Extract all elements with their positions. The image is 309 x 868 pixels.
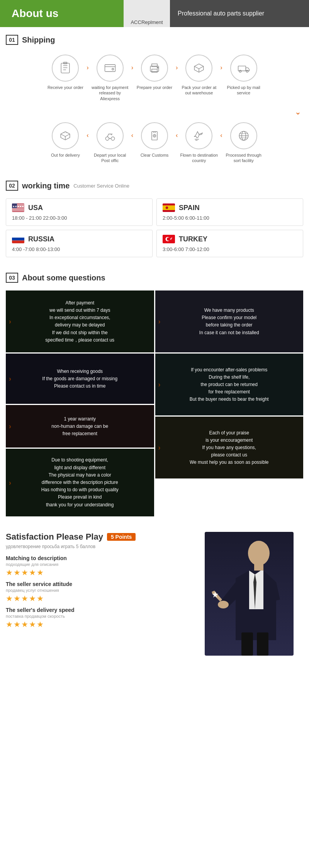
q-content-5: 1 year warranty non-human damage can be … <box>51 415 108 438</box>
q-content-1: After payment we will send out within 7 … <box>45 299 114 344</box>
q-arrow-1: › <box>9 316 11 327</box>
country-name-usa: USA <box>28 204 43 212</box>
truck-icon <box>230 55 257 82</box>
ship-label-7: Depart your local Post offic <box>91 152 129 164</box>
q-panel-2: › We have many products Please confirm y… <box>155 290 304 352</box>
country-name-row-spain: SPAIN <box>163 203 297 212</box>
satisfaction-title-row: Satisfaction Please Play 5 Points <box>6 532 195 542</box>
rating-title-2: The seller service attitude <box>6 581 195 587</box>
shipping-section: 01 Shipping Receive your order › waiting… <box>0 27 309 173</box>
country-grid: ★★★★★★ USA 18:00 - 21:00 22:00-3:00 SPAI… <box>0 196 309 265</box>
svg-rect-43 <box>12 238 24 241</box>
ship-label-1: Receive your order <box>48 85 83 90</box>
rating-item-1: Matching to description подходящие для о… <box>6 555 195 577</box>
svg-text:★★★★★★: ★★★★★★ <box>12 205 24 208</box>
rating-stars-3: ★★★★★ <box>6 620 195 629</box>
ship-step-4: Pack your order at out warehouse <box>180 55 218 96</box>
q-arrow-7: › <box>9 477 11 488</box>
customs-icon <box>141 122 168 149</box>
country-box-turkey: TURKEY 3:00-6:00 7:00-12:00 <box>156 230 303 257</box>
questions-title: 03 About some questions <box>0 265 309 289</box>
brand-label: ACCReplment <box>124 0 170 27</box>
svg-rect-35 <box>12 209 24 210</box>
about-us-label: About us <box>0 0 124 27</box>
rating-title-1: Matching to description <box>6 555 195 561</box>
arrow-1: › <box>87 64 88 71</box>
q-arrow-4: › <box>158 379 161 390</box>
rating-item-3: The seller's delivery speed поставка про… <box>6 607 195 629</box>
ship-label-8: Clear Customs <box>141 152 169 158</box>
arrow-2: › <box>131 64 133 71</box>
points-badge: 5 Points <box>107 533 136 541</box>
svg-point-6 <box>112 68 114 70</box>
ship-step-2: waiting for payment released by Aliexpre… <box>91 55 129 101</box>
q-content-4: If you encounter after-sales problems Du… <box>190 366 269 403</box>
svg-point-17 <box>105 137 109 140</box>
country-times-usa: 18:00 - 21:00 22:00-3:00 <box>12 215 146 221</box>
person-figure <box>205 532 294 656</box>
country-name-russia: RUSSIA <box>28 235 54 243</box>
plane-icon <box>185 122 212 149</box>
svg-point-53 <box>218 601 229 608</box>
svg-point-13 <box>239 70 241 72</box>
rating-title-3: The seller's delivery speed <box>6 607 195 613</box>
ship-label-9: Flown to destination country <box>180 152 218 164</box>
q-content-3: When receiving goods If the goods are da… <box>42 368 117 390</box>
flag-turkey <box>163 235 175 243</box>
country-name-row-russia: RUSSIA <box>12 235 146 243</box>
satisfaction-left: Satisfaction Please Play 5 Points удовле… <box>6 532 195 656</box>
svg-point-14 <box>246 70 248 72</box>
flag-usa: ★★★★★★ <box>12 203 24 212</box>
ship-label-2: waiting for payment released by Aliexpre… <box>91 85 129 101</box>
country-box-spain: SPAIN 2:00-5:00 6:00-11:00 <box>156 198 303 226</box>
wallet-icon <box>97 55 124 82</box>
rating-stars-2: ★★★★★ <box>6 594 195 603</box>
box-icon <box>185 55 212 82</box>
svg-point-47 <box>167 238 170 241</box>
flag-spain <box>163 203 175 212</box>
shipping-label: Shipping <box>22 36 55 44</box>
about-title: About us <box>12 7 58 20</box>
svg-rect-5 <box>105 65 115 72</box>
working-time-label: working time <box>22 181 70 190</box>
rating-sub-1: подходящие для описания <box>6 562 195 567</box>
svg-rect-52 <box>254 564 263 571</box>
rating-sub-3: поставка продавцом скорость <box>6 614 195 619</box>
svg-rect-56 <box>257 632 268 656</box>
q-arrow-6: › <box>158 442 161 453</box>
working-time-num: 02 <box>6 181 18 191</box>
satisfaction-right <box>195 532 303 656</box>
shipping-row-1: Receive your order › waiting for payment… <box>0 51 309 105</box>
q-arrow-2: › <box>158 316 161 327</box>
q-content-7: Due to shooting equipment, light and dis… <box>41 456 119 508</box>
q-panel-5: › 1 year warranty non-human damage can b… <box>6 405 154 448</box>
questions-left: › After payment we will send out within … <box>6 290 154 516</box>
arrow-left-4: ‹ <box>220 132 222 139</box>
svg-point-41 <box>166 207 168 209</box>
arrow-4: › <box>220 64 222 71</box>
ship-step-10: Processed through sort facility <box>224 122 263 164</box>
satisfaction-section: Satisfaction Please Play 5 Points удовле… <box>0 524 309 663</box>
questions-label: About some questions <box>22 273 105 282</box>
working-time-header: 02 working time Customer Service Online <box>0 173 309 196</box>
ship-label-10: Processed through sort facility <box>224 152 263 164</box>
svg-point-51 <box>248 541 270 566</box>
rating-sub-2: продавец услуг отношения <box>6 588 195 593</box>
rating-stars-1: ★★★★★ <box>6 568 195 577</box>
q-content-2: We have many products Please confirm you… <box>199 307 259 337</box>
ship-label-3: Prepare your order <box>137 85 172 90</box>
printer-icon <box>141 55 168 82</box>
header: About us ACCReplment Professional auto p… <box>0 0 309 27</box>
svg-rect-55 <box>241 632 253 656</box>
country-name-spain: SPAIN <box>179 204 200 212</box>
q-panel-7: › Due to shooting equipment, light and d… <box>6 449 154 516</box>
q-arrow-3: › <box>9 373 11 384</box>
country-name-row-turkey: TURKEY <box>163 235 297 243</box>
ship-label-5: Picked up by mail service <box>224 85 263 96</box>
questions-grid: › After payment we will send out within … <box>0 289 309 524</box>
country-box-russia: RUSSIA 4:00 -7:00 8:00-13:00 <box>6 230 153 257</box>
scooter-icon <box>97 122 124 149</box>
working-time-section: 02 working time Customer Service Online <box>0 173 309 265</box>
arrow-left-1: ‹ <box>87 132 88 139</box>
satisfaction-subtitle: удовлетворение просьба играть 5 баллов <box>6 544 195 549</box>
